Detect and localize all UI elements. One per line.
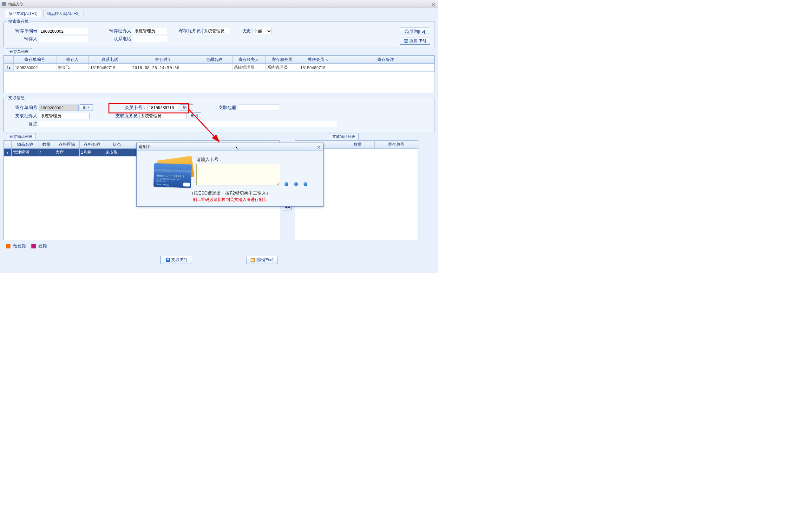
w-waiter-input[interactable] [139, 113, 187, 119]
dialog-close-icon[interactable]: ✕ [317, 144, 321, 151]
remark-input[interactable] [39, 121, 337, 127]
swipe-button-1[interactable]: 刷卡 [80, 104, 93, 111]
handler-input[interactable] [133, 28, 167, 34]
main-tabs: 物品支取[ALT+1] 物品转入库[ALT+2] [0, 8, 438, 17]
dialog-body: 4999 7700 1234 5 VALID FROM EXPIRES END … [137, 151, 323, 206]
search-fieldset: 搜索寄存单 查询[F5] 重置 [F6] 寄存单编号: 寄存经办人: 寄存服务员… [3, 19, 435, 47]
status-label: 状态: [234, 28, 252, 34]
monitor-icon [404, 39, 408, 43]
w-waiter-label: 支取服务员: [93, 113, 139, 119]
save-icon [166, 258, 170, 262]
member-label: 会员卡号： [102, 105, 147, 111]
w-deposit-no-label: 寄存单编号: [7, 105, 39, 111]
tab-transfer[interactable]: 物品转入库[ALT+2] [43, 10, 84, 17]
col-area[interactable]: 存柜区域 [54, 141, 80, 149]
swipe-button-2[interactable]: 刷卡 [180, 104, 193, 111]
deposit-list-table: 寄存单编号 寄存人 联系电话 寄存时间 包厢名称 寄存经办人 寄存服务员 关联会… [4, 55, 435, 72]
member-input[interactable] [147, 105, 179, 111]
depositor-input[interactable] [39, 36, 88, 42]
room-input[interactable] [238, 105, 279, 111]
swipe-button-3[interactable]: 刷卡 [188, 112, 201, 119]
phone-label: 联系电话: [101, 36, 133, 42]
progress-dot [294, 182, 298, 186]
waiter-input[interactable] [202, 28, 231, 34]
overdue-label: 过期 [38, 243, 47, 249]
col-deposit-no[interactable]: 寄存单号 [374, 141, 418, 149]
credit-card-illustration: 4999 7700 1234 5 VALID FROM EXPIRES END … [153, 157, 194, 188]
col-handler[interactable]: 寄存经办人 [232, 56, 265, 64]
overdue-soon-swatch [6, 244, 10, 248]
list-tab-label[interactable]: 寄存单列表 [6, 48, 32, 55]
col-phone[interactable]: 联系电话 [89, 56, 131, 64]
row-header-col [4, 56, 14, 64]
titlebar: 物品支取 ✕ [0, 0, 438, 8]
col-status[interactable]: 状态 [104, 141, 129, 149]
remark-label: 备注: [7, 121, 39, 127]
phone-input[interactable] [133, 36, 167, 42]
query-button[interactable]: 查询[F5] [400, 27, 430, 35]
w-handler-input[interactable] [39, 113, 90, 119]
depositor-label: 寄存人: [7, 36, 39, 42]
col-cabinet[interactable]: 存柜名称 [80, 141, 104, 149]
items-tab-left[interactable]: 寄存物品列表 [6, 133, 36, 140]
col-deposit-no[interactable]: 寄存单编号 [13, 56, 56, 64]
withdraw-fieldset: 支取信息 寄存单编号: 1808280002 刷卡 会员卡号： 刷卡 支取包厢:… [3, 95, 435, 132]
col-remark[interactable]: 寄存备注 [337, 56, 434, 64]
card-number-input[interactable] [196, 164, 280, 185]
items-tab-right[interactable]: 支取物品列表 [329, 133, 359, 140]
search-icon [405, 30, 409, 33]
col-member[interactable]: 关联会员卡 [299, 56, 337, 64]
handler-label: 寄存经办人: [101, 28, 133, 34]
swipe-card-dialog: 请刷卡 ✕ 4999 7700 1234 5 VALID FROM EXPIRE… [136, 143, 323, 207]
legend-row: 预过期 过期 [6, 243, 432, 249]
deposit-no-label: 寄存单编号: [7, 28, 39, 34]
row-indicator: ▸ [4, 149, 12, 157]
row-indicator: 1▸ [4, 64, 14, 72]
window-title: 物品支取 [8, 2, 23, 6]
status-select[interactable]: 全部 [252, 28, 272, 34]
reset-button[interactable]: 重置 [F6] [400, 37, 430, 45]
room-label: 支取包厢: [193, 105, 238, 111]
main-window: 物品支取 ✕ 物品支取[ALT+1] 物品转入库[ALT+2] 搜索寄存单 查询… [0, 0, 438, 273]
col-depositor[interactable]: 寄存人 [56, 56, 89, 64]
tab-withdraw[interactable]: 物品支取[ALT+1] [5, 10, 41, 17]
close-icon[interactable]: ✕ [432, 1, 436, 9]
overdue-swatch [32, 244, 36, 248]
table-row[interactable]: 1▸ 1808280002 熊金飞 18159489715 2018-08-28… [4, 64, 435, 72]
dialog-titlebar: 请刷卡 ✕ [137, 143, 323, 151]
w-deposit-no-value: 1808280002 [39, 105, 79, 111]
withdraw-legend: 支取信息 [7, 95, 26, 101]
w-handler-label: 支取经办人: [7, 113, 39, 119]
col-qty[interactable]: 数量 [341, 141, 374, 149]
col-time[interactable]: 寄存时间 [131, 56, 196, 64]
overdue-soon-label: 预过期 [13, 243, 26, 249]
col-item-name[interactable]: 物品名称 [12, 141, 38, 149]
footer-buttons: 支取[F2] 退出[Esc] [0, 256, 438, 264]
withdraw-button[interactable]: 支取[F2] [160, 256, 192, 264]
deposit-no-input[interactable] [39, 28, 88, 34]
exit-icon [251, 258, 255, 262]
col-room[interactable]: 包厢名称 [196, 56, 232, 64]
exit-button[interactable]: 退出[Esc] [246, 256, 278, 264]
dialog-title: 请刷卡 [139, 144, 151, 149]
waiter-label: 寄存服务员: [170, 28, 202, 34]
app-icon [2, 2, 6, 6]
progress-dot [304, 182, 307, 186]
dialog-hint: （按ESC键退出；按F2键切换手工输入） [142, 190, 317, 196]
col-qty[interactable]: 数量 [38, 141, 54, 149]
table-header-row: 寄存单编号 寄存人 联系电话 寄存时间 包厢名称 寄存经办人 寄存服务员 关联会… [4, 56, 435, 64]
col-waiter[interactable]: 寄存服务员 [265, 56, 299, 64]
search-legend: 搜索寄存单 [7, 19, 30, 24]
progress-dot [285, 182, 288, 186]
dialog-prompt: 请输入卡号： [196, 157, 280, 163]
dialog-warning: 刷二维码必须切换到英文输入法进行刷卡 [142, 197, 317, 203]
deposit-list-box: 寄存单编号 寄存人 联系电话 寄存时间 包厢名称 寄存经办人 寄存服务员 关联会… [3, 55, 435, 93]
